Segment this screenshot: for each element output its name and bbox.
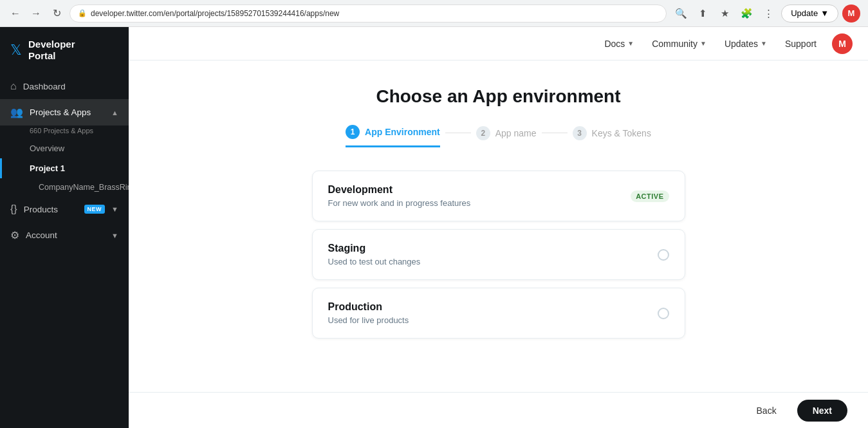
sidebar-nav: ⌂ Dashboard 👥 Projects & Apps ▲ 660 Proj… (0, 73, 129, 428)
sidebar-item-dashboard[interactable]: ⌂ Dashboard (0, 73, 129, 99)
projects-count: 660 Projects & Apps (0, 126, 129, 138)
products-icon: {} (10, 203, 17, 215)
products-label: Products (24, 205, 78, 214)
account-label: Account (26, 230, 105, 240)
update-chevron-icon: ▼ (820, 8, 829, 18)
refresh-button[interactable]: ↻ (49, 6, 64, 21)
step-app-environment[interactable]: 1 App Environment (346, 125, 440, 147)
browser-actions: 🔍 ⬆ ★ 🧩 ⋮ Update ▼ M (672, 5, 860, 23)
search-browser-button[interactable]: 🔍 (672, 5, 690, 23)
project1-label: Project 1 (30, 163, 65, 173)
extensions-button[interactable]: 🧩 (737, 5, 755, 23)
profile-button[interactable]: M (842, 5, 860, 23)
sidebar-sub-overview[interactable]: Overview (0, 138, 129, 158)
back-label: Back (757, 405, 777, 416)
step3-circle: 3 (573, 126, 587, 140)
dashboard-label: Dashboard (23, 82, 118, 91)
step-keys-tokens[interactable]: 3 Keys & Tokens (573, 126, 651, 147)
development-info: Development For new work and in progress… (328, 184, 471, 208)
env-card-development[interactable]: Development For new work and in progress… (312, 171, 685, 221)
projects-label: Projects & Apps (30, 107, 105, 117)
url-text: developer.twitter.com/en/portal/projects… (91, 9, 339, 18)
home-icon: ⌂ (10, 80, 17, 92)
top-nav: Docs ▼ Community ▼ Updates ▼ Support M (129, 27, 868, 60)
support-label: Support (785, 39, 817, 49)
lock-icon: 🔒 (78, 9, 87, 17)
support-nav-item[interactable]: Support (777, 33, 824, 54)
step-divider-2 (542, 133, 568, 133)
overview-label: Overview (30, 144, 64, 153)
account-icon: ⚙ (10, 229, 19, 241)
updates-label: Updates (725, 39, 758, 49)
active-badge: ACTIVE (631, 191, 669, 202)
staging-desc: Used to test out changes (328, 257, 421, 266)
products-chevron-icon: ▼ (111, 205, 118, 213)
app-label: CompanyName_BrassRin... (39, 183, 129, 192)
step2-circle: 2 (476, 126, 490, 140)
content-area: Choose an App environment 1 App Environm… (129, 60, 868, 392)
step1-circle: 1 (346, 125, 360, 139)
step1-label: App Environment (365, 127, 440, 137)
main-content: Docs ▼ Community ▼ Updates ▼ Support M C… (129, 27, 868, 428)
step3-label: Keys & Tokens (592, 128, 651, 138)
update-button[interactable]: Update ▼ (781, 5, 838, 23)
docs-label: Docs (604, 39, 625, 49)
step-divider-1 (445, 133, 471, 133)
production-radio[interactable] (658, 308, 669, 319)
next-label: Next (813, 405, 832, 416)
app-container: 𝕏 DeveloperPortal ⌂ Dashboard 👥 Projects… (0, 27, 868, 428)
step3-number: 3 (577, 129, 582, 138)
production-desc: Used for live products (328, 315, 409, 325)
docs-chevron-icon: ▼ (627, 40, 634, 47)
sidebar-item-account[interactable]: ⚙ Account ▼ (0, 222, 129, 248)
community-nav-item[interactable]: Community ▼ (644, 33, 714, 54)
browser-menu-button[interactable]: ⋮ (759, 5, 777, 23)
page-title: Choose an App environment (376, 86, 620, 107)
sidebar-header: 𝕏 DeveloperPortal (0, 27, 129, 73)
portal-title: DeveloperPortal (28, 39, 75, 62)
avatar-initial: M (838, 39, 846, 49)
sidebar: 𝕏 DeveloperPortal ⌂ Dashboard 👥 Projects… (0, 27, 129, 428)
updates-nav-item[interactable]: Updates ▼ (717, 33, 775, 54)
step1-number: 1 (351, 127, 355, 136)
sidebar-sub-app[interactable]: CompanyName_BrassRin... (0, 178, 129, 196)
back-button[interactable]: Back (744, 400, 790, 422)
env-card-staging[interactable]: Staging Used to test out changes (312, 229, 685, 280)
twitter-icon: 𝕏 (10, 42, 22, 59)
sidebar-item-products[interactable]: {} Products NEW ▼ (0, 196, 129, 222)
community-chevron-icon: ▼ (700, 40, 706, 47)
bookmark-button[interactable]: ★ (716, 5, 734, 23)
cards-container: Development For new work and in progress… (312, 171, 685, 339)
update-label: Update (791, 8, 818, 18)
staging-radio[interactable] (658, 249, 669, 261)
back-nav-button[interactable]: ← (8, 6, 23, 21)
step-app-name[interactable]: 2 App name (476, 126, 537, 147)
footer: Back Next (129, 392, 868, 428)
account-chevron-icon: ▼ (111, 232, 118, 239)
new-badge: NEW (84, 205, 106, 214)
production-info: Production Used for live products (328, 301, 409, 325)
env-card-production[interactable]: Production Used for live products (312, 288, 685, 339)
profile-initial: M (848, 8, 855, 18)
development-title: Development (328, 184, 471, 196)
development-desc: For new work and in progress features (328, 198, 471, 208)
updates-chevron-icon: ▼ (761, 40, 767, 47)
step2-label: App name (495, 128, 537, 138)
browser-bar: ← → ↻ 🔒 developer.twitter.com/en/portal/… (0, 0, 868, 27)
community-label: Community (652, 39, 697, 49)
address-bar[interactable]: 🔒 developer.twitter.com/en/portal/projec… (69, 5, 667, 23)
top-nav-avatar[interactable]: M (832, 33, 853, 54)
projects-icon: 👥 (10, 106, 23, 118)
forward-nav-button[interactable]: → (28, 6, 44, 21)
share-button[interactable]: ⬆ (694, 5, 712, 23)
staging-info: Staging Used to test out changes (328, 243, 421, 266)
docs-nav-item[interactable]: Docs ▼ (596, 33, 642, 54)
steps-bar: 1 App Environment 2 App name 3 Keys & (346, 125, 651, 147)
production-title: Production (328, 301, 409, 313)
sidebar-item-projects[interactable]: 👥 Projects & Apps ▲ (0, 99, 129, 126)
sidebar-sub-project1[interactable]: Project 1 (0, 158, 129, 178)
staging-title: Staging (328, 243, 421, 254)
step2-number: 2 (481, 129, 485, 138)
projects-chevron-icon: ▲ (111, 109, 118, 116)
next-button[interactable]: Next (797, 400, 847, 422)
